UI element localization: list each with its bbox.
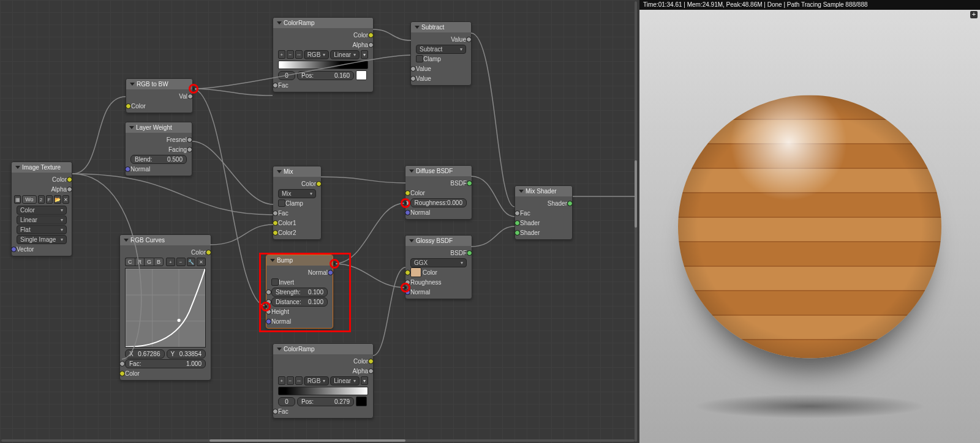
source-dropdown[interactable]: Single Image xyxy=(17,235,67,244)
socket-in[interactable] xyxy=(273,220,278,226)
curve-y-field[interactable]: Y0.33854 xyxy=(167,349,206,359)
remove-stop-icon[interactable]: − xyxy=(287,376,294,385)
node-mix[interactable]: Mix Color Mix Clamp Fac Color1 Color2 xyxy=(273,166,322,240)
node-color-ramp-2[interactable]: ColorRamp Color Alpha + − ↔ RGB Linear ▾… xyxy=(273,343,374,419)
socket-out[interactable] xyxy=(206,250,211,255)
socket-in[interactable] xyxy=(410,76,416,81)
stop-color-swatch[interactable] xyxy=(356,396,367,406)
stop-index[interactable]: 0 xyxy=(278,71,295,80)
socket-in[interactable] xyxy=(273,83,278,88)
socket-in[interactable] xyxy=(11,247,17,252)
flip-icon[interactable]: ↔ xyxy=(295,50,303,59)
projection-dropdown[interactable]: Flat xyxy=(17,225,67,234)
socket-out[interactable] xyxy=(187,94,193,99)
node-rgb-curves[interactable]: RGB Curves Color C R G B + − 🔧 ✕ X0.6 xyxy=(119,234,211,381)
fake-user[interactable]: F xyxy=(46,195,53,204)
add-stop-icon[interactable]: + xyxy=(278,50,285,59)
image-name[interactable]: Wo xyxy=(22,195,36,204)
scrollbar-vertical[interactable] xyxy=(635,1,637,442)
operation-dropdown[interactable]: Subtract xyxy=(416,45,466,54)
node-header[interactable]: ColorRamp xyxy=(273,344,373,354)
curve-channel-tabs[interactable]: C R G B xyxy=(125,258,164,266)
node-color-ramp-1[interactable]: ColorRamp Color Alpha + − ↔ RGB Linear ▾… xyxy=(273,17,374,92)
socket-out[interactable] xyxy=(467,181,472,186)
socket-out[interactable] xyxy=(187,147,192,152)
node-header[interactable]: Glossy BSDF xyxy=(405,236,472,246)
socket-in[interactable] xyxy=(514,210,520,216)
socket-in[interactable] xyxy=(119,371,125,376)
user-count[interactable]: 2 xyxy=(38,195,45,204)
color-swatch[interactable] xyxy=(410,267,421,277)
clamp-checkbox[interactable] xyxy=(278,199,285,207)
socket-in[interactable] xyxy=(126,103,131,109)
flip-icon[interactable]: ↔ xyxy=(295,376,303,385)
socket-out[interactable] xyxy=(368,32,374,38)
node-header[interactable]: Subtract xyxy=(411,22,471,32)
tab-b[interactable]: B xyxy=(154,258,164,266)
image-datablock[interactable]: ▦ Wo 2 F 📂 ✕ xyxy=(14,195,69,204)
interp-dropdown[interactable]: Linear xyxy=(17,215,67,225)
add-stop-icon[interactable]: + xyxy=(278,376,285,385)
interp-dropdown[interactable]: Linear xyxy=(330,50,360,59)
socket-in[interactable] xyxy=(405,270,410,275)
image-icon[interactable]: ▦ xyxy=(14,195,21,204)
distribution-dropdown[interactable]: GGX xyxy=(410,258,467,267)
blend-field[interactable]: Blend:0.500 xyxy=(130,155,187,164)
stop-color-swatch[interactable] xyxy=(356,70,367,80)
node-header[interactable]: Image Texture xyxy=(12,162,72,173)
tab-c[interactable]: C xyxy=(125,258,135,266)
node-header[interactable]: Diffuse BSDF xyxy=(405,166,472,176)
socket-out[interactable] xyxy=(567,201,573,206)
node-rgb-to-bw[interactable]: RGB to BW Val Color xyxy=(126,78,193,113)
remove-stop-icon[interactable]: − xyxy=(287,50,294,59)
zoom-in-icon[interactable]: + xyxy=(166,258,175,266)
tab-g[interactable]: G xyxy=(144,258,154,266)
curve-widget[interactable] xyxy=(125,268,206,348)
socket-in[interactable] xyxy=(273,230,278,236)
socket-in[interactable] xyxy=(405,210,410,215)
blend-dropdown[interactable]: Mix xyxy=(278,189,316,198)
socket-out[interactable] xyxy=(187,137,192,143)
socket-in[interactable] xyxy=(514,220,520,226)
curve-x-field[interactable]: X0.67286 xyxy=(125,349,165,359)
scrollbar-horizontal[interactable] xyxy=(1,439,635,442)
node-diffuse-bsdf[interactable]: Diffuse BSDF BSDF Color Roughness:0.000 … xyxy=(405,165,472,220)
mode-dropdown[interactable]: RGB xyxy=(304,376,330,385)
chevron-down-icon[interactable]: ▾ xyxy=(361,376,368,385)
stop-index[interactable]: 0 xyxy=(278,397,295,406)
fac-field[interactable]: Fac:1.000 xyxy=(125,359,206,368)
stop-pos[interactable]: Pos:0.279 xyxy=(297,397,354,406)
stop-pos[interactable]: Pos:0.160 xyxy=(297,71,354,80)
socket-out[interactable] xyxy=(67,187,72,192)
socket-out[interactable] xyxy=(368,359,374,364)
tools-icon[interactable]: 🔧 xyxy=(187,258,196,266)
color-ramp-gradient[interactable] xyxy=(278,387,368,395)
node-header[interactable]: Mix xyxy=(273,166,321,177)
remove-icon[interactable]: ✕ xyxy=(197,258,206,266)
interp-dropdown[interactable]: Linear xyxy=(330,376,360,385)
chevron-down-icon[interactable]: ▾ xyxy=(361,50,368,59)
socket-in[interactable] xyxy=(405,190,410,196)
tab-r[interactable]: R xyxy=(135,258,145,266)
socket-in[interactable] xyxy=(514,230,520,236)
socket-out[interactable] xyxy=(316,181,322,187)
socket-out[interactable] xyxy=(466,37,472,42)
colorspace-dropdown[interactable]: Color xyxy=(17,206,67,215)
node-editor-canvas[interactable]: Image Texture Color Alpha ▦ Wo 2 F 📂 ✕ C… xyxy=(0,0,637,443)
zoom-out-icon[interactable]: − xyxy=(176,258,186,266)
node-header[interactable]: RGB to BW xyxy=(126,79,192,89)
socket-in[interactable] xyxy=(119,361,125,367)
roughness-field[interactable]: Roughness:0.000 xyxy=(410,198,467,207)
socket-in[interactable] xyxy=(410,66,416,72)
open-icon[interactable]: 📂 xyxy=(54,195,61,204)
node-header[interactable]: RGB Curves xyxy=(120,235,211,245)
socket-out[interactable] xyxy=(467,250,472,256)
socket-out[interactable] xyxy=(67,177,72,182)
color-ramp-gradient[interactable] xyxy=(278,61,368,69)
node-mix-shader[interactable]: Mix Shader Shader Fac Shader Shader xyxy=(514,185,573,240)
node-layer-weight[interactable]: Layer Weight Fresnel Facing Blend:0.500 … xyxy=(125,122,192,176)
socket-out[interactable] xyxy=(368,42,374,48)
socket-out[interactable] xyxy=(368,368,374,374)
clamp-checkbox[interactable] xyxy=(416,55,423,62)
node-header[interactable]: Layer Weight xyxy=(126,122,192,133)
